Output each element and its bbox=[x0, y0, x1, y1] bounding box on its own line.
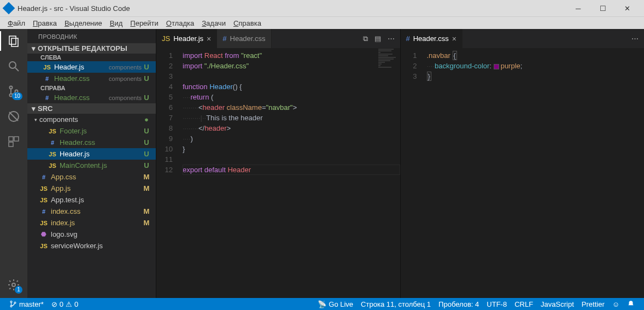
code-line[interactable]: import "./Header.css" bbox=[183, 61, 400, 71]
editor-tab[interactable]: #Header.css× bbox=[401, 29, 462, 48]
menu-item-1[interactable]: Правка bbox=[30, 18, 60, 28]
file-item[interactable]: #index.cssM bbox=[27, 206, 156, 217]
scm-badge: 10 bbox=[12, 92, 22, 100]
file-name: serviceWorker.js bbox=[51, 242, 142, 250]
menu-item-6[interactable]: Задачи bbox=[198, 18, 229, 28]
code-line[interactable]: } bbox=[427, 71, 645, 81]
code-line[interactable]: ········<header className="navbar"> bbox=[183, 102, 400, 113]
status-bar: master* ⊘0 ⚠0 📡Go Live Строка 11, столбе… bbox=[0, 298, 644, 310]
settings-gear-icon[interactable]: 1 bbox=[6, 277, 21, 293]
menu-item-2[interactable]: Выделение bbox=[61, 18, 106, 28]
app-logo-icon bbox=[3, 2, 15, 15]
close-tab-icon[interactable]: × bbox=[207, 34, 211, 43]
code-line[interactable]: } bbox=[183, 144, 400, 154]
file-item[interactable]: #Header.cssU bbox=[27, 137, 156, 148]
file-name: index.js bbox=[51, 219, 142, 227]
menu-item-7[interactable]: Справка bbox=[230, 18, 265, 28]
file-name: App.js bbox=[51, 184, 142, 192]
open-editor-item[interactable]: JSHeader.jscomponentsU bbox=[27, 61, 156, 73]
notifications-icon[interactable] bbox=[623, 300, 639, 308]
code-line[interactable]: import React from "react" bbox=[183, 50, 400, 61]
tab-label: Header.css bbox=[413, 34, 449, 43]
code-line[interactable] bbox=[183, 154, 400, 165]
split-icon[interactable]: ▤ bbox=[374, 34, 381, 43]
svg-rect-9 bbox=[9, 137, 13, 141]
git-status: M bbox=[142, 207, 151, 215]
menu-item-0[interactable]: Файл bbox=[4, 18, 28, 28]
editor-tab[interactable]: #Header.css bbox=[217, 29, 271, 48]
file-icon: JS bbox=[39, 243, 48, 249]
svg-point-12 bbox=[12, 283, 15, 286]
file-item[interactable]: JSserviceWorker.js bbox=[27, 240, 156, 251]
problems-indicator[interactable]: ⊘0 ⚠0 bbox=[48, 300, 82, 308]
code-line[interactable]: .navbar { bbox=[427, 50, 645, 61]
file-icon: # bbox=[223, 34, 226, 43]
menu-item-5[interactable]: Отладка bbox=[163, 18, 197, 28]
folder-header[interactable]: ▾SRC bbox=[27, 103, 156, 114]
compare-icon[interactable]: ⧉ bbox=[363, 34, 368, 43]
eol[interactable]: CRLF bbox=[511, 300, 537, 308]
golive-button[interactable]: 📡Go Live bbox=[314, 300, 357, 308]
file-item[interactable]: JSApp.jsM bbox=[27, 183, 156, 194]
editor-body-left[interactable]: 123456789101112 import React from "react… bbox=[156, 48, 400, 298]
file-item[interactable]: JSHeader.jsU bbox=[27, 148, 156, 160]
git-status: U bbox=[142, 127, 151, 135]
file-icon: ⬣ bbox=[39, 231, 48, 238]
file-icon: JS bbox=[43, 64, 51, 71]
file-item[interactable]: JSMainContent.jsU bbox=[27, 160, 156, 171]
source-control-icon[interactable]: 10 bbox=[6, 84, 21, 99]
cursor-position[interactable]: Строка 11, столбец 1 bbox=[357, 300, 435, 308]
maximize-button[interactable]: ☐ bbox=[590, 0, 615, 16]
encoding[interactable]: UTF-8 bbox=[483, 300, 511, 308]
language-mode[interactable]: JavaScript bbox=[537, 300, 578, 308]
indentation[interactable]: Пробелов: 4 bbox=[435, 300, 483, 308]
editor-tab[interactable]: JSHeader.js× bbox=[156, 29, 217, 48]
extensions-icon[interactable] bbox=[6, 134, 21, 149]
svg-rect-11 bbox=[9, 142, 13, 147]
code-line[interactable]: ····return ( bbox=[183, 92, 400, 102]
open-editor-item[interactable]: #Header.csscomponentsU bbox=[27, 92, 156, 103]
code-line[interactable]: ·········|··This is the header bbox=[183, 113, 400, 123]
open-editor-item[interactable]: #Header.csscomponentsU bbox=[27, 73, 156, 84]
branch-indicator[interactable]: master* bbox=[5, 300, 48, 308]
debug-icon[interactable] bbox=[6, 109, 21, 124]
editor-group-label: СПРАВА bbox=[27, 84, 156, 92]
menu-item-3[interactable]: Вид bbox=[107, 18, 126, 28]
file-path: components bbox=[109, 95, 142, 101]
file-item[interactable]: JSindex.jsM bbox=[27, 217, 156, 229]
prettier[interactable]: Prettier bbox=[578, 300, 608, 308]
more-icon[interactable]: ⋯ bbox=[631, 34, 639, 43]
file-icon: # bbox=[39, 208, 48, 215]
explorer-icon[interactable] bbox=[6, 33, 21, 49]
close-tab-icon[interactable]: × bbox=[452, 34, 456, 43]
sidebar-title: ПРОВОДНИК bbox=[27, 29, 156, 43]
file-item[interactable]: #App.cssM bbox=[27, 171, 156, 183]
open-editors-header[interactable]: ▾ОТКРЫТЫЕ РЕДАКТОРЫ bbox=[27, 43, 156, 54]
feedback-icon[interactable]: ☺ bbox=[608, 300, 623, 308]
menu-item-4[interactable]: Перейти bbox=[127, 18, 162, 28]
minimize-button[interactable]: ─ bbox=[566, 0, 590, 16]
file-item[interactable]: ⬣logo.svg bbox=[27, 229, 156, 240]
file-icon: # bbox=[406, 34, 410, 43]
close-window-button[interactable]: ✕ bbox=[615, 0, 640, 16]
git-status: U bbox=[142, 93, 151, 102]
minimap[interactable] bbox=[378, 48, 400, 298]
git-status: M bbox=[142, 173, 151, 181]
svg-point-4 bbox=[10, 86, 13, 89]
svg-point-13 bbox=[10, 301, 12, 302]
code-line[interactable]: ····background-color: purple; bbox=[427, 61, 645, 71]
search-icon[interactable] bbox=[6, 59, 21, 74]
code-line[interactable]: ········</header> bbox=[183, 123, 400, 133]
code-line[interactable]: function Header() { bbox=[183, 81, 400, 92]
svg-rect-0 bbox=[9, 36, 16, 44]
file-name: logo.svg bbox=[51, 230, 142, 238]
editor-body-right[interactable]: 123 .navbar {····background-color: purpl… bbox=[401, 48, 645, 298]
folder-name: components bbox=[39, 115, 142, 124]
file-item[interactable]: JSApp.test.js bbox=[27, 194, 156, 206]
file-item[interactable]: JSFooter.jsU bbox=[27, 125, 156, 137]
editor-group-right: #Header.css×⋯ 123 .navbar {····backgroun… bbox=[400, 29, 645, 298]
code-line[interactable] bbox=[183, 71, 400, 81]
code-line[interactable]: ····) bbox=[183, 133, 400, 144]
more-icon[interactable]: ⋯ bbox=[388, 34, 395, 43]
folder-item[interactable]: ▾components● bbox=[27, 114, 156, 125]
